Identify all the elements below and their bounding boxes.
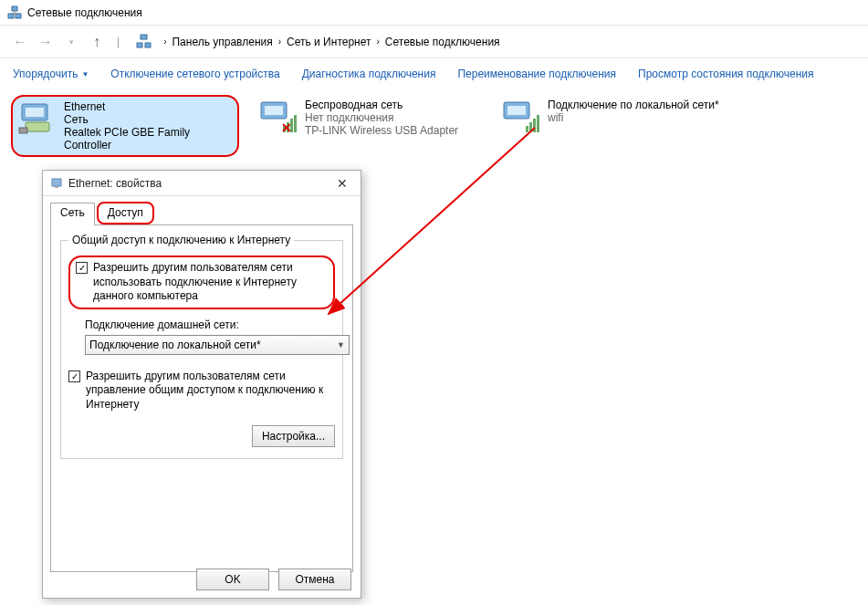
svg-rect-11: [19, 128, 27, 133]
allow-control-label: Разрешить другим пользователям сети упра…: [86, 370, 335, 412]
breadcrumb-item[interactable]: Сетевые подключения: [385, 36, 500, 48]
rename-button[interactable]: Переименование подключения: [457, 68, 616, 80]
dialog-title: Ethernet: свойства: [68, 177, 331, 190]
connection-device: TP-LINK Wireless USB Adapter: [305, 124, 458, 137]
svg-rect-26: [55, 186, 58, 188]
chevron-down-icon: ▼: [81, 70, 89, 78]
allow-control-checkbox[interactable]: [68, 370, 80, 382]
svg-rect-25: [52, 179, 61, 186]
svg-text:✕: ✕: [281, 120, 292, 135]
svg-rect-13: [265, 106, 283, 115]
svg-rect-7: [141, 35, 147, 39]
close-button[interactable]: ✕: [331, 176, 353, 191]
svg-rect-9: [26, 108, 44, 117]
chevron-right-icon: ›: [163, 37, 166, 47]
chevron-right-icon: ›: [278, 37, 281, 47]
svg-rect-0: [8, 14, 14, 18]
connection-status: wifi: [548, 111, 719, 124]
local-adapter-icon: [500, 99, 544, 135]
connection-name: Подключение по локальной сети*: [548, 99, 719, 111]
home-network-dropdown[interactable]: Подключение по локальной сети* ▼: [85, 335, 350, 355]
dropdown-value: Подключение по локальной сети*: [89, 339, 337, 351]
diagnose-button[interactable]: Диагностика подключения: [302, 68, 436, 80]
wireless-adapter-icon: ✕: [257, 99, 301, 135]
settings-button[interactable]: Настройка...: [252, 425, 335, 447]
up-button[interactable]: ↑: [86, 31, 108, 53]
organize-menu[interactable]: Упорядочить ▼: [13, 68, 89, 80]
recent-dropdown[interactable]: ▾: [60, 31, 82, 53]
connection-name: Беспроводная сеть: [305, 99, 458, 111]
connection-item-local[interactable]: Подключение по локальной сети* wifi: [497, 95, 725, 157]
forward-button[interactable]: →: [35, 31, 57, 53]
connection-item-ethernet[interactable]: Ethernet Сеть Realtek PCIe GBE Family Co…: [11, 95, 239, 157]
ethernet-adapter-icon: [16, 100, 60, 137]
allow-sharing-label: Разрешить другим пользователям сети испо…: [93, 261, 328, 304]
home-network-label: Подключение домашней сети:: [85, 318, 335, 331]
svg-rect-24: [537, 115, 539, 132]
tab-sharing[interactable]: Доступ: [97, 202, 154, 224]
connection-status: Сеть: [64, 113, 234, 126]
svg-rect-23: [533, 119, 536, 132]
svg-rect-22: [529, 122, 532, 132]
connection-item-wireless[interactable]: ✕ Беспроводная сеть Нет подключения TP-L…: [254, 95, 482, 157]
svg-rect-10: [26, 122, 49, 131]
svg-rect-5: [137, 43, 142, 47]
cancel-button[interactable]: Отмена: [278, 568, 351, 590]
disable-device-button[interactable]: Отключение сетевого устройства: [110, 68, 279, 80]
back-button[interactable]: ←: [9, 31, 31, 53]
breadcrumb-item[interactable]: Панель управления: [172, 36, 272, 48]
connection-status: Нет подключения: [305, 111, 458, 124]
group-legend: Общий доступ к подключению к Интернету: [68, 234, 294, 246]
tab-network[interactable]: Сеть: [50, 203, 95, 225]
svg-rect-20: [507, 106, 526, 115]
status-button[interactable]: Просмотр состояния подключения: [638, 68, 813, 80]
chevron-right-icon: ›: [376, 37, 379, 47]
svg-rect-1: [16, 14, 21, 18]
allow-sharing-checkbox[interactable]: [76, 262, 88, 274]
breadcrumb-item[interactable]: Сеть и Интернет: [287, 36, 371, 48]
chevron-down-icon: ▼: [337, 340, 345, 349]
window-title: Сетевые подключения: [27, 6, 142, 19]
network-icon: [136, 34, 152, 50]
breadcrumb[interactable]: › Панель управления › Сеть и Интернет › …: [136, 34, 499, 50]
svg-rect-21: [526, 126, 528, 132]
network-icon: [50, 177, 63, 190]
network-icon: [7, 5, 22, 20]
svg-rect-2: [12, 6, 17, 11]
svg-rect-17: [294, 115, 297, 132]
svg-rect-6: [145, 43, 151, 47]
ok-button[interactable]: OK: [196, 568, 269, 590]
connection-device: Realtek PCIe GBE Family Controller: [64, 126, 234, 151]
connection-name: Ethernet: [64, 100, 234, 113]
properties-dialog: Ethernet: свойства ✕ Сеть Доступ Общий д…: [42, 170, 361, 599]
